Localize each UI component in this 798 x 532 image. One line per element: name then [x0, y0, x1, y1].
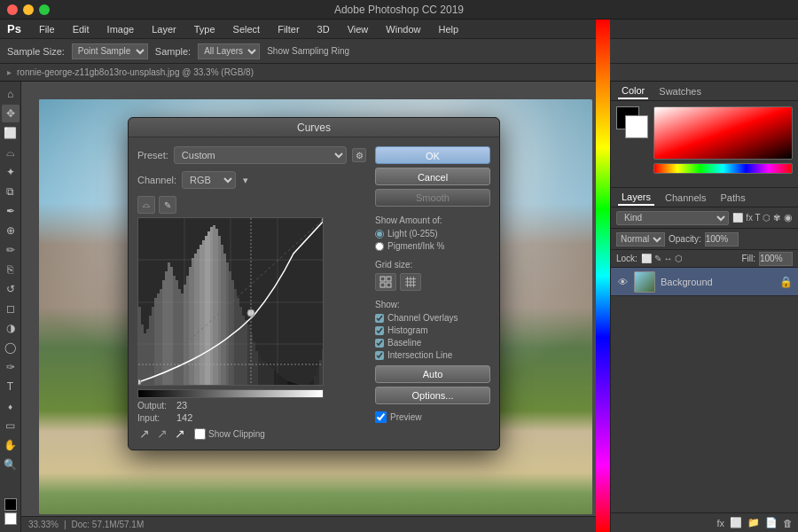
light-radio-item[interactable]: Light (0-255)	[375, 229, 490, 239]
gradient-tool[interactable]: ◑	[2, 319, 20, 337]
svg-rect-47	[247, 325, 250, 386]
menu-image[interactable]: Image	[104, 22, 138, 36]
eraser-tool[interactable]: ◻	[2, 300, 20, 317]
grid-4x4-button[interactable]	[375, 273, 396, 291]
stamp-tool[interactable]: ⎘	[2, 261, 20, 278]
dialog-title-bar: Curves	[129, 118, 499, 137]
preset-row: Preset: Custom ⚙	[137, 146, 366, 164]
color-tab[interactable]: Color	[618, 83, 648, 99]
preset-gear-button[interactable]: ⚙	[352, 148, 366, 162]
pigment-radio[interactable]	[375, 242, 384, 251]
menu-window[interactable]: Window	[382, 22, 424, 36]
preview-checkbox[interactable]	[375, 411, 387, 423]
channel-expand-icon[interactable]: ▾	[243, 175, 248, 186]
curves-right: OK Cancel Smooth Show Amount of: Light (…	[375, 146, 490, 441]
history-tool[interactable]: ↺	[2, 280, 20, 298]
new-group-icon[interactable]: 📁	[747, 517, 760, 528]
add-layer-style-icon[interactable]: fx	[716, 518, 724, 528]
opacity-input[interactable]	[705, 232, 739, 246]
curve-point-tool[interactable]: ⌓	[137, 196, 155, 214]
minimize-button[interactable]	[23, 4, 34, 15]
hand-tool[interactable]: ✋	[2, 436, 20, 454]
text-tool[interactable]: T	[2, 378, 20, 395]
marquee-tool[interactable]: ⬜	[2, 124, 20, 142]
menu-type[interactable]: Type	[191, 22, 219, 36]
heal-tool[interactable]: ⊕	[2, 222, 20, 239]
lasso-tool[interactable]: ⌓	[2, 144, 20, 161]
paths-tab[interactable]: Paths	[717, 191, 749, 205]
menu-select[interactable]: Select	[230, 22, 264, 36]
maximize-button[interactable]	[39, 4, 50, 15]
fill-input[interactable]	[759, 252, 793, 266]
channels-tab[interactable]: Channels	[661, 191, 709, 205]
svg-rect-21	[178, 289, 181, 386]
wand-tool[interactable]: ✦	[2, 163, 20, 181]
menu-3d[interactable]: 3D	[314, 22, 333, 36]
traffic-lights[interactable]	[7, 4, 50, 15]
menu-file[interactable]: File	[35, 22, 59, 36]
baseline-item[interactable]: Baseline	[375, 338, 490, 348]
intersection-line-item[interactable]: Intersection Line	[375, 350, 490, 360]
svg-rect-55	[269, 367, 271, 386]
svg-rect-54	[266, 364, 269, 386]
path-tool[interactable]: ⬧	[2, 397, 20, 415]
intersection-line-label: Intersection Line	[387, 350, 452, 360]
pigment-radio-item[interactable]: Pigment/Ink %	[375, 241, 490, 251]
channel-select[interactable]: RGB Red Green Blue	[182, 171, 236, 189]
dodge-tool[interactable]: ◯	[2, 339, 20, 356]
new-layer-icon[interactable]: 📄	[765, 517, 778, 528]
swatches-tab[interactable]: Swatches	[655, 84, 705, 98]
show-clipping-checkbox[interactable]	[194, 428, 206, 440]
svg-rect-35	[215, 229, 218, 386]
pen-tool[interactable]: ✑	[2, 358, 20, 376]
layer-visibility-icon[interactable]: 👁	[616, 276, 629, 288]
eyedropper-gray[interactable]: ↗	[155, 426, 169, 441]
svg-rect-64	[293, 383, 295, 386]
cancel-button[interactable]: Cancel	[375, 168, 490, 185]
lock-row: Lock: ⬜ ✎ ↔ ⬡ Fill:	[611, 250, 798, 268]
home-tool[interactable]: ⌂	[2, 85, 20, 103]
ok-button[interactable]: OK	[375, 146, 490, 164]
shape-tool[interactable]: ▭	[2, 417, 20, 434]
menu-help[interactable]: Help	[434, 22, 462, 36]
zoom-tool[interactable]: 🔍	[2, 456, 20, 473]
brush-tool[interactable]: ✏	[2, 241, 20, 259]
intersection-line-checkbox[interactable]	[375, 351, 384, 360]
sample-size-select[interactable]: Point Sample	[72, 43, 148, 59]
move-tool[interactable]: ✥	[2, 105, 20, 122]
crop-tool[interactable]: ⧉	[2, 183, 20, 200]
light-radio[interactable]	[375, 230, 384, 239]
svg-rect-70	[309, 383, 311, 386]
channel-overlays-item[interactable]: Channel Overlays	[375, 313, 490, 323]
menu-filter[interactable]: Filter	[274, 22, 302, 36]
filter-toggle[interactable]: ◉	[784, 212, 793, 223]
grid-10x10-button[interactable]	[400, 273, 421, 291]
auto-button[interactable]: Auto	[375, 365, 490, 383]
eyedropper-tool[interactable]: ✒	[2, 202, 20, 220]
sample-select[interactable]: All Layers	[198, 43, 260, 59]
blend-mode-select[interactable]: Normal	[616, 232, 665, 246]
menu-edit[interactable]: Edit	[69, 22, 93, 36]
add-mask-icon[interactable]: ⬜	[730, 517, 742, 528]
baseline-checkbox[interactable]	[375, 339, 384, 348]
menu-layer[interactable]: Layer	[148, 22, 180, 36]
layers-tab[interactable]: Layers	[618, 190, 654, 206]
curve-pencil-tool[interactable]: ✎	[159, 196, 176, 214]
preset-select[interactable]: Custom	[174, 146, 347, 164]
delete-layer-icon[interactable]: 🗑	[783, 518, 793, 528]
layer-background[interactable]: 👁 Background 🔒	[611, 268, 798, 296]
svg-rect-27	[194, 254, 197, 386]
curves-canvas-wrap	[137, 217, 366, 386]
menu-view[interactable]: View	[344, 22, 372, 36]
histogram-checkbox[interactable]	[375, 326, 384, 335]
histogram-item[interactable]: Histogram	[375, 325, 490, 335]
eyedropper-black[interactable]: ↗	[137, 426, 152, 441]
eyedropper-white[interactable]: ↗	[173, 426, 187, 441]
show-amount-label: Show Amount of:	[375, 215, 490, 225]
options-bar: Sample Size: Point Sample Sample: All La…	[0, 39, 798, 64]
channel-overlays-checkbox[interactable]	[375, 314, 384, 323]
curves-canvas[interactable]	[137, 217, 324, 386]
close-button[interactable]	[7, 4, 18, 15]
options-button[interactable]: Options...	[375, 387, 490, 404]
layers-kind-select[interactable]: Kind	[616, 211, 729, 225]
